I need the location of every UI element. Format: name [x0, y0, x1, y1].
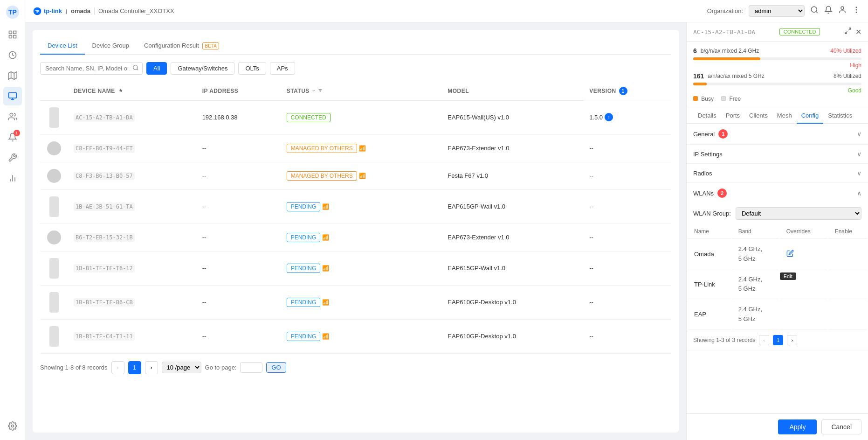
- goto-button[interactable]: GO: [266, 362, 286, 373]
- ip-chevron: [857, 150, 861, 158]
- svg-point-22: [841, 7, 844, 9]
- wlan-group-select[interactable]: Default: [736, 207, 861, 220]
- channel-1-level: High: [693, 62, 861, 69]
- panel-tab-clients[interactable]: Clients: [744, 108, 772, 124]
- wlan-prev-page[interactable]: ‹: [759, 335, 769, 345]
- sidebar-item-clients[interactable]: [3, 107, 22, 126]
- sidebar: TP 1: [0, 0, 25, 440]
- config-body: General 1 IP Settings: [687, 124, 868, 413]
- row-model: EAP615GP-Wall v1.0: [442, 189, 584, 223]
- table-row[interactable]: 1B-B1-TF-C4-T1-11 -- PENDING📶 EAP610GP-D…: [40, 319, 671, 353]
- app-logo: TP: [4, 4, 21, 21]
- channel-2-fill: [693, 83, 707, 85]
- wlan-next-page[interactable]: ›: [787, 335, 797, 345]
- page-1[interactable]: 1: [128, 361, 141, 374]
- channel-2-level: Good: [693, 87, 861, 94]
- wlan-group-row: WLAN Group: Default: [687, 203, 868, 223]
- channel-1-util: 40% Utilized: [830, 48, 861, 54]
- panel-actions: ✕: [844, 27, 861, 36]
- per-page-select[interactable]: 10 /page 20 /page 50 /page: [162, 362, 201, 373]
- sidebar-item-map[interactable]: [3, 66, 22, 85]
- panel-footer: Apply Cancel: [687, 413, 868, 440]
- filter-all[interactable]: All: [146, 62, 167, 75]
- sidebar-item-settings[interactable]: [3, 417, 22, 435]
- wlans-section-header[interactable]: WLANs 2: [687, 183, 868, 203]
- svg-point-17: [11, 425, 14, 427]
- filter-aps[interactable]: APs: [270, 62, 295, 75]
- row-ip: --: [197, 189, 281, 223]
- panel-connected-badge: CONNECTED: [779, 28, 820, 35]
- table-row[interactable]: 1B-AE-3B-51-61-TA -- PENDING📶 EAP615GP-W…: [40, 189, 671, 223]
- busy-dot: [693, 96, 698, 101]
- wlan-enable-tplink: [828, 270, 867, 300]
- row-ip: --: [197, 223, 281, 251]
- more-icon[interactable]: [852, 6, 861, 16]
- row-version: --: [584, 319, 671, 353]
- search-button[interactable]: [132, 64, 139, 72]
- legend-free: Free: [721, 96, 741, 102]
- panel-tab-config[interactable]: Config: [797, 108, 824, 124]
- user-icon[interactable]: [838, 6, 847, 16]
- channel-2-util: 8% Utilized: [834, 73, 861, 79]
- config-section-radios: Radios: [687, 164, 868, 183]
- device-table: DEVICE NAME IP ADDRESS STATUS MODEL: [40, 82, 671, 354]
- panel-tab-mesh[interactable]: Mesh: [772, 108, 797, 124]
- pagination: Showing 1-8 of 8 records ‹ 1 › 10 /page …: [40, 361, 671, 374]
- panel-tab-details[interactable]: Details: [693, 108, 721, 124]
- tab-config-result[interactable]: Configuration Result BETA: [137, 37, 227, 55]
- radios-section-header[interactable]: Radios: [687, 164, 868, 182]
- table-row[interactable]: 1B-B1-TF-TF-B6-CB -- PENDING📶 EAP610GP-D…: [40, 285, 671, 319]
- filter-olts[interactable]: OLTs: [238, 62, 266, 75]
- ip-section-header[interactable]: IP Settings: [687, 145, 868, 163]
- col-device-name[interactable]: DEVICE NAME: [68, 82, 197, 100]
- general-section-header[interactable]: General 1: [687, 124, 868, 144]
- svg-point-24: [856, 9, 857, 10]
- row-ip: --: [197, 251, 281, 285]
- sidebar-item-statistics[interactable]: [3, 46, 22, 64]
- row-mac: C8-FF-B0-T9-44-ET: [68, 134, 197, 162]
- wlan-col-overrides: Overrides: [780, 224, 827, 239]
- filter-gateway[interactable]: Gateway/Switches: [171, 62, 234, 75]
- page-content: Device List Device Group Configuration R…: [33, 30, 679, 433]
- sidebar-item-devices[interactable]: [3, 87, 22, 105]
- row-icon: [40, 223, 68, 251]
- tab-device-group[interactable]: Device Group: [85, 37, 137, 55]
- search-input[interactable]: [40, 62, 143, 75]
- tab-device-list[interactable]: Device List: [40, 37, 85, 55]
- table-row[interactable]: C8-FF-B0-T9-44-ET -- MANAGED BY OTHERS📶 …: [40, 134, 671, 162]
- goto-input[interactable]: [240, 362, 262, 373]
- free-dot: [721, 96, 726, 101]
- search-icon[interactable]: [810, 6, 819, 16]
- col-status[interactable]: STATUS: [281, 82, 442, 100]
- row-mac: B6-T2-EB-15-32-1B: [68, 223, 197, 251]
- wlan-edit-omada[interactable]: [786, 250, 794, 259]
- wlan-row-omada: Omada 2.4 GHz, 5 GHz Edit: [688, 240, 867, 269]
- prev-page[interactable]: ‹: [111, 361, 124, 374]
- row-version: --: [584, 251, 671, 285]
- next-page[interactable]: ›: [145, 361, 158, 374]
- table-row[interactable]: C8-F3-B6-13-B0-57 -- MANAGED BY OTHERS📶 …: [40, 162, 671, 189]
- sidebar-item-alerts[interactable]: 1: [3, 128, 22, 147]
- apply-button[interactable]: Apply: [778, 419, 817, 434]
- wlan-overrides-omada: Edit: [780, 240, 827, 269]
- sidebar-item-dashboard[interactable]: [3, 25, 22, 44]
- org-select[interactable]: admin: [749, 5, 805, 17]
- table-row[interactable]: B6-T2-EB-15-32-1B -- PENDING📶 EAP673-Ext…: [40, 223, 671, 251]
- table-row[interactable]: 1B-B1-TF-TF-T6-12 -- PENDING📶 EAP615GP-W…: [40, 251, 671, 285]
- sidebar-item-reports[interactable]: [3, 169, 22, 188]
- notification-icon[interactable]: [824, 6, 833, 16]
- table-row[interactable]: AC-15-A2-TB-A1-DA 192.168.0.38 CONNECTED…: [40, 100, 671, 134]
- panel-tab-ports[interactable]: Ports: [721, 108, 744, 124]
- channel-1-fill: [693, 57, 760, 60]
- panel-expand-icon[interactable]: [844, 27, 852, 36]
- wlan-page-1[interactable]: 1: [773, 335, 783, 345]
- panel-close-icon[interactable]: ✕: [855, 28, 861, 36]
- wlan-overrides-eap: [780, 300, 827, 329]
- row-model: Festa F67 v1.0: [442, 162, 584, 189]
- cancel-button[interactable]: Cancel: [821, 419, 861, 434]
- sidebar-item-tools[interactable]: [3, 148, 22, 167]
- panel-tab-statistics[interactable]: Statistics: [823, 108, 857, 124]
- channel-1-num: 6: [693, 47, 697, 55]
- goto-label: Go to page:: [205, 364, 237, 371]
- row-model: EAP615-Wall(US) v1.0: [442, 100, 584, 134]
